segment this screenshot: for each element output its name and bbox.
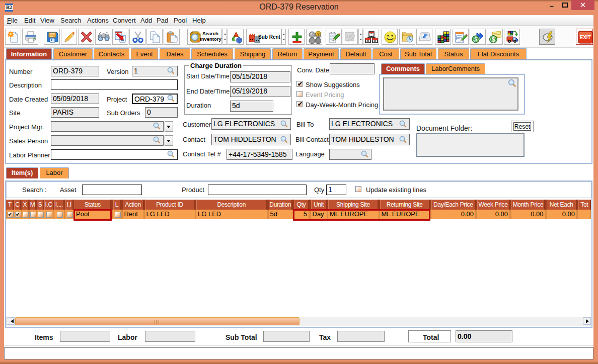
svg-text:EXIT: EXIT	[580, 35, 591, 40]
svg-text:$: $	[474, 36, 477, 42]
svg-text:?: ?	[317, 32, 320, 37]
svg-text:$: $	[492, 36, 495, 43]
